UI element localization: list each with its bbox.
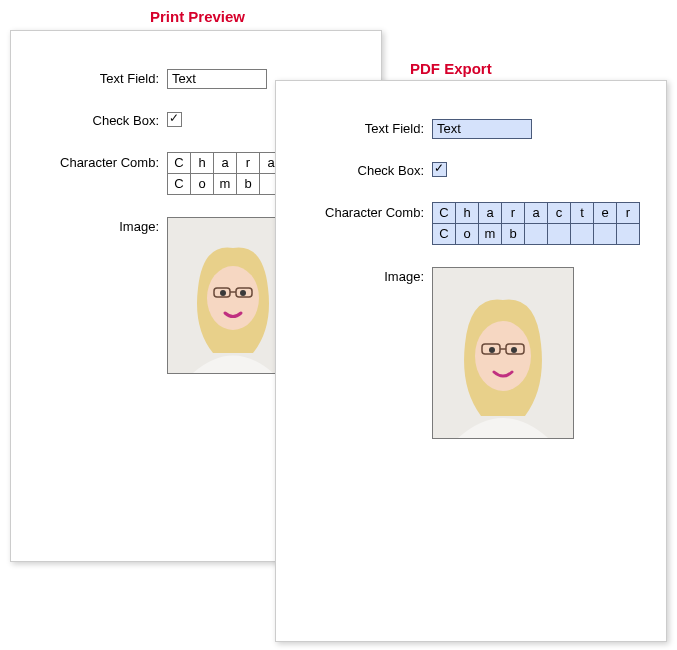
svg-point-8: [475, 321, 531, 391]
comb-cell[interactable]: C: [432, 223, 456, 245]
image-placeholder: [432, 267, 574, 439]
svg-point-3: [240, 290, 246, 296]
comb-cell[interactable]: b: [501, 223, 525, 245]
comb-cell[interactable]: C: [167, 173, 191, 195]
pdf-export-panel: Text Field: Text Check Box: Character Co…: [275, 80, 667, 642]
comb-cell[interactable]: o: [190, 173, 214, 195]
pdf-export-title: PDF Export: [410, 60, 492, 77]
label-text-field: Text Field:: [294, 119, 432, 139]
print-preview-title: Print Preview: [150, 8, 245, 25]
comb-cell[interactable]: c: [547, 202, 571, 224]
character-comb-input[interactable]: CharaComb: [167, 153, 283, 195]
svg-point-10: [511, 347, 517, 353]
comb-cell[interactable]: [547, 223, 571, 245]
comb-cell[interactable]: [570, 223, 594, 245]
label-check-box: Check Box:: [29, 111, 167, 131]
comb-cell[interactable]: e: [593, 202, 617, 224]
comb-cell[interactable]: [616, 223, 640, 245]
comb-cell[interactable]: h: [190, 152, 214, 174]
label-image: Image:: [29, 217, 167, 237]
comb-cell[interactable]: r: [236, 152, 260, 174]
comb-cell[interactable]: o: [455, 223, 479, 245]
label-text-field: Text Field:: [29, 69, 167, 89]
character-comb-input[interactable]: CharacterComb: [432, 203, 640, 245]
comb-cell[interactable]: C: [432, 202, 456, 224]
comb-cell[interactable]: t: [570, 202, 594, 224]
text-field-input[interactable]: Text: [432, 119, 532, 139]
label-character-comb: Character Comb:: [294, 203, 432, 223]
portrait-icon: [433, 268, 573, 438]
comb-cell[interactable]: m: [213, 173, 237, 195]
svg-point-1: [207, 266, 259, 330]
comb-cell[interactable]: h: [455, 202, 479, 224]
comb-cell[interactable]: a: [524, 202, 548, 224]
comb-cell[interactable]: a: [213, 152, 237, 174]
comb-cell[interactable]: a: [478, 202, 502, 224]
text-field-input[interactable]: Text: [167, 69, 267, 89]
check-box-input[interactable]: [432, 162, 447, 177]
comb-cell[interactable]: [593, 223, 617, 245]
comb-cell[interactable]: r: [616, 202, 640, 224]
comb-cell[interactable]: r: [501, 202, 525, 224]
svg-point-9: [489, 347, 495, 353]
pdf-content: Text Field: Text Check Box: Character Co…: [276, 81, 666, 479]
comb-cell[interactable]: m: [478, 223, 502, 245]
label-check-box: Check Box:: [294, 161, 432, 181]
comb-cell[interactable]: C: [167, 152, 191, 174]
check-box-input[interactable]: [167, 112, 182, 127]
comb-cell[interactable]: [524, 223, 548, 245]
label-image: Image:: [294, 267, 432, 287]
comb-cell[interactable]: b: [236, 173, 260, 195]
label-character-comb: Character Comb:: [29, 153, 167, 173]
svg-point-2: [220, 290, 226, 296]
